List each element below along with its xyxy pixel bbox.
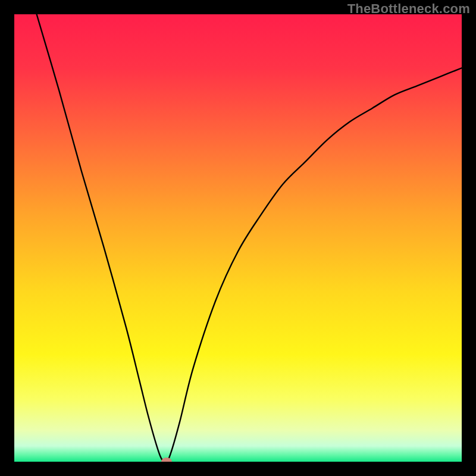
watermark-text: TheBottleneck.com <box>347 1 470 17</box>
optimal-point-marker <box>161 458 172 462</box>
bottleneck-curve <box>14 14 462 462</box>
chart-frame: TheBottleneck.com <box>0 0 476 476</box>
plot-area <box>14 14 462 462</box>
